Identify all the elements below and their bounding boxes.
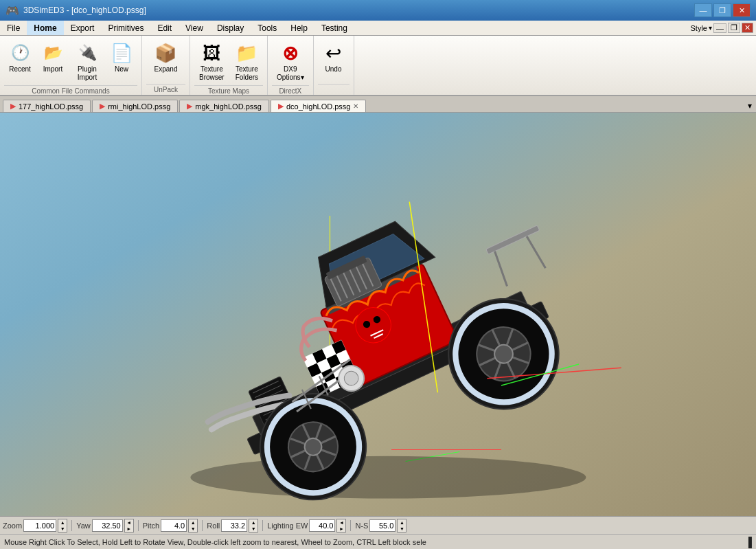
yaw-field: Yaw ◄ ►: [76, 519, 134, 533]
close-button[interactable]: ✕: [733, 3, 751, 17]
plugin-import-button[interactable]: 🔌 PluginImport: [70, 38, 104, 85]
svg-point-0: [190, 456, 586, 498]
pitch-spinner: ▲ ▼: [188, 519, 198, 533]
menu-view[interactable]: View: [179, 21, 210, 35]
doc-tab-dco[interactable]: ▶ dco_highLOD.pssg ✕: [271, 100, 367, 112]
style-label: Style: [691, 24, 707, 32]
new-button[interactable]: 📄 New: [106, 38, 137, 76]
dx9-icon: ⊗: [279, 42, 301, 64]
yaw-spinner: ◄ ►: [124, 519, 134, 533]
plugin-label: PluginImport: [78, 65, 97, 82]
plugin-icon: 🔌: [76, 42, 98, 64]
yaw-label: Yaw: [76, 522, 91, 530]
minimize-button[interactable]: —: [694, 3, 712, 17]
texture-folders-label: TextureFolders: [236, 65, 258, 82]
style-restore[interactable]: ❐: [728, 23, 740, 33]
menu-display[interactable]: Display: [210, 21, 251, 35]
menu-help[interactable]: Help: [284, 21, 314, 35]
dx9-button[interactable]: ⊗ DX9Options▾: [272, 38, 308, 85]
style-close[interactable]: ✕: [742, 23, 753, 33]
roll-up[interactable]: ▲: [249, 519, 257, 526]
texture-group-label: Texture Maps: [194, 85, 263, 95]
lightingew-down[interactable]: ►: [337, 526, 345, 532]
pitch-up[interactable]: ▲: [189, 519, 197, 526]
menu-testing[interactable]: Testing: [314, 21, 354, 35]
doc-tab-rmi[interactable]: ▶ rmi_highLOD.pssg: [92, 100, 178, 112]
zoom-up[interactable]: ▲: [58, 519, 67, 526]
svg-rect-51: [485, 225, 539, 254]
menu-file[interactable]: File: [0, 21, 27, 35]
doc-tab-dco-label: dco_highLOD.pssg: [286, 102, 351, 111]
lightingew-up[interactable]: ◄: [337, 519, 345, 526]
zoom-field: Zoom ▲ ▼: [3, 519, 67, 533]
pitch-input[interactable]: [161, 519, 187, 532]
status-bar: Zoom ▲ ▼ Yaw ◄ ► Pitch ▲ ▼ Roll ▲ ▼: [0, 516, 756, 534]
sep5: [350, 520, 351, 531]
title-bar: 🎮 3DSimED3 - [dco_highLOD.pssg] — ❐ ✕: [0, 0, 756, 21]
viewport[interactable]: [0, 113, 756, 516]
ribbon-unpack-buttons: 📦 Expand: [150, 38, 183, 84]
doc-tab-mgk-label: mgk_highLOD.pssg: [195, 102, 262, 111]
ns-input[interactable]: [369, 519, 396, 532]
menu-tools[interactable]: Tools: [251, 21, 284, 35]
ribbon-group-unpack: 📦 Expand UnPack: [142, 36, 190, 95]
new-icon: 📄: [111, 42, 133, 64]
zoom-down[interactable]: ▼: [58, 526, 67, 532]
svg-line-52: [491, 251, 509, 286]
menu-home[interactable]: Home: [27, 21, 63, 35]
undo-icon: ↩: [323, 42, 345, 64]
roll-label: Roll: [207, 522, 220, 530]
roll-input[interactable]: [221, 519, 247, 532]
roll-down[interactable]: ▼: [249, 526, 257, 532]
ns-field: N-S ▲ ▼: [355, 519, 406, 533]
lightingew-input[interactable]: [309, 519, 335, 532]
style-dropdown-icon[interactable]: ▾: [709, 24, 712, 32]
texture-folders-button[interactable]: 📁 TextureFolders: [231, 38, 263, 85]
doc-tab-177-label: 177_highLOD.pssg: [19, 102, 83, 111]
pitch-field: Pitch ▲ ▼: [143, 519, 198, 533]
lightingew-field: Lighting EW ◄ ►: [267, 519, 346, 533]
style-minimize[interactable]: —: [713, 23, 726, 33]
common-group-label: Common File Commands: [4, 85, 137, 95]
ribbon-undo-buttons: ↩ Undo: [318, 38, 350, 84]
doc-tab-dco-close[interactable]: ✕: [353, 102, 358, 110]
yaw-down[interactable]: ►: [125, 526, 133, 532]
import-button[interactable]: 📂 Import: [37, 38, 69, 76]
sep4: [262, 520, 263, 531]
texture-browser-button[interactable]: 🖼 TextureBrowser: [194, 38, 229, 85]
undo-label: Undo: [325, 65, 342, 73]
doc-tab-177[interactable]: ▶ 177_highLOD.pssg: [3, 100, 91, 112]
main-content: [0, 113, 756, 516]
ns-label: N-S: [355, 522, 368, 530]
menu-edit[interactable]: Edit: [150, 21, 179, 35]
expand-button[interactable]: 📦 Expand: [150, 38, 183, 76]
menu-export[interactable]: Export: [64, 21, 102, 35]
restore-button[interactable]: ❐: [713, 3, 731, 17]
pitch-down[interactable]: ▼: [189, 526, 197, 532]
title-bar-buttons: — ❐ ✕: [694, 3, 751, 17]
roll-spinner: ▲ ▼: [249, 519, 258, 533]
ribbon-dx-buttons: ⊗ DX9Options▾: [272, 38, 308, 85]
yaw-up[interactable]: ◄: [125, 519, 133, 526]
info-text: Mouse Right Click To Select, Hold Left t…: [4, 538, 426, 546]
sep3: [202, 520, 203, 531]
recent-button[interactable]: 🕐 Recent: [4, 38, 36, 76]
ns-spinner: ▲ ▼: [397, 519, 406, 533]
zoom-input[interactable]: [23, 519, 56, 532]
menu-primitives[interactable]: Primitives: [101, 21, 150, 35]
lightingew-label: Lighting EW: [267, 522, 308, 530]
yaw-input[interactable]: [92, 519, 123, 532]
doc-tabs-arrow[interactable]: ▾: [744, 100, 756, 112]
ns-down[interactable]: ▼: [398, 526, 406, 532]
new-label: New: [115, 65, 128, 73]
title-left: 🎮 3DSimED3 - [dco_highLOD.pssg]: [5, 4, 146, 17]
doc-tab-rmi-label: rmi_highLOD.pssg: [108, 102, 170, 111]
doc-tab-mgk[interactable]: ▶ mgk_highLOD.pssg: [179, 100, 269, 112]
undo-button[interactable]: ↩ Undo: [318, 38, 350, 76]
ns-up[interactable]: ▲: [398, 519, 406, 526]
info-scroll[interactable]: ▐: [745, 537, 752, 548]
dx9-label: DX9Options▾: [277, 65, 303, 82]
ribbon-texture-buttons: 🖼 TextureBrowser 📁 TextureFolders: [194, 38, 263, 85]
info-bar: Mouse Right Click To Select, Hold Left t…: [0, 534, 756, 549]
zoom-spinner: ▲ ▼: [58, 519, 67, 533]
